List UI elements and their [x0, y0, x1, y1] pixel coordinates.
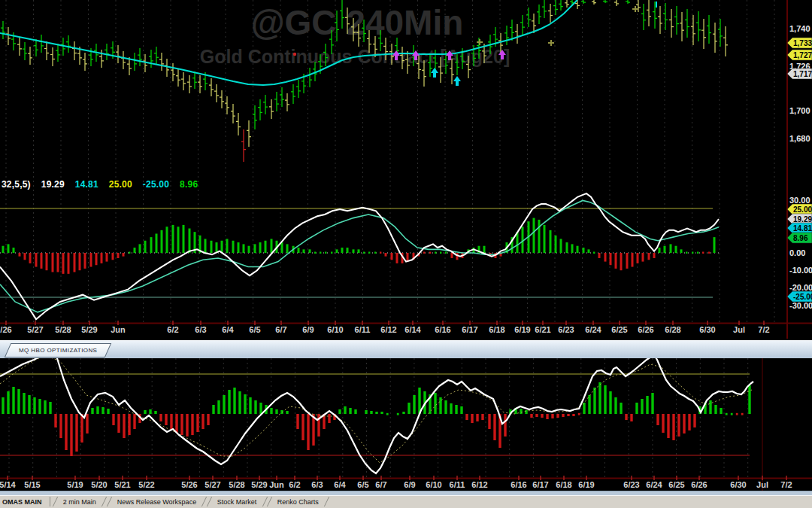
svg-text:6/12: 6/12 [471, 480, 487, 489]
svg-text:5/22: 5/22 [138, 480, 154, 489]
svg-text:6/23: 6/23 [623, 480, 639, 489]
svg-text:5/20: 5/20 [91, 480, 107, 489]
svg-text:6/24: 6/24 [646, 480, 662, 489]
workspace-tab-2-min-main[interactable]: 2 min Main [52, 497, 106, 506]
svg-text:0.00: 0.00 [789, 248, 805, 257]
tab-label: MQ HBO OPTIMIZATIONS [19, 347, 97, 354]
workspace-tab-label: News Release Workspace [117, 498, 196, 506]
svg-text:5/29: 5/29 [251, 480, 267, 489]
svg-text:5/14: 5/14 [0, 480, 17, 489]
workspace-tab-label: 2 min Main [63, 498, 96, 506]
svg-text:25.00: 25.00 [793, 205, 812, 214]
price-ohlc-bars [1, 0, 728, 162]
svg-text:7/2: 7/2 [758, 325, 769, 334]
svg-text:Jun: Jun [269, 480, 284, 489]
svg-text:5/28: 5/28 [55, 325, 71, 334]
svg-text:1,717: 1,717 [793, 70, 812, 78]
indicator-value: 8.96 [180, 179, 198, 190]
indicator-value: 25.00 [109, 179, 132, 190]
svg-text:6/10: 6/10 [426, 480, 441, 489]
svg-text:6/30: 6/30 [699, 325, 715, 334]
svg-text:5/27: 5/27 [205, 480, 220, 489]
svg-text:6/11: 6/11 [355, 325, 371, 334]
svg-text:6/11: 6/11 [450, 480, 465, 489]
svg-text:6/18: 6/18 [556, 480, 571, 489]
grid-lines [6, 0, 774, 478]
svg-text:6/19: 6/19 [514, 325, 530, 334]
svg-text:@GC 240Min: @GC 240Min [251, 3, 464, 42]
svg-text:6/5: 6/5 [357, 480, 368, 489]
svg-text:6/19: 6/19 [578, 480, 594, 489]
svg-text:6/9: 6/9 [404, 480, 415, 489]
indicator-value: -25.00 [143, 179, 169, 190]
indicator-values-header: 32,5,5)19.2914.8125.00-25.008.96 [2, 179, 219, 190]
optimization-tab-strip: MQ HBO OPTIMIZATIONS [0, 340, 812, 358]
svg-text:-10.00: -10.00 [789, 266, 812, 275]
chart-canvas[interactable]: @GC 240MinGold Continuous Contract [Aug2… [0, 0, 812, 508]
svg-text:1,727: 1,727 [793, 51, 812, 59]
svg-text:6/17: 6/17 [532, 480, 548, 489]
svg-text:6/28: 6/28 [665, 325, 680, 334]
svg-text:7/2: 7/2 [780, 480, 792, 489]
svg-text:6/26: 6/26 [691, 480, 707, 489]
svg-text:6/2: 6/2 [289, 480, 300, 489]
indicator-values: 19.2914.8125.00-25.008.96 [41, 179, 208, 190]
workspace-tab-news-release-workspace[interactable]: News Release Workspace [106, 497, 207, 506]
workspace-tab-label: Renko Charts [277, 498, 319, 506]
svg-text:6/21: 6/21 [535, 325, 550, 334]
svg-text:6/30: 6/30 [730, 480, 746, 489]
svg-text:6/12: 6/12 [380, 325, 396, 334]
trading-workspace: @GC 240MinGold Continuous Contract [Aug2… [0, 0, 812, 508]
svg-text:1,680: 1,680 [789, 134, 810, 143]
y-axis-labels: 30.0025.0019.2914.818.960.00-10.00-20.00… [787, 196, 812, 310]
hbo-histogram [2, 382, 750, 456]
svg-text:6/3: 6/3 [195, 325, 206, 334]
svg-text:6/24: 6/24 [585, 325, 601, 334]
svg-text:Jul: Jul [756, 480, 768, 489]
y-axis-labels: 1,7401,7331,7271,7261,7171,7001,680 [787, 24, 812, 143]
svg-text:1,740: 1,740 [789, 24, 810, 33]
svg-text:5/29: 5/29 [81, 325, 97, 334]
indicator-params: 32,5,5) [2, 179, 31, 190]
svg-text:6/25: 6/25 [611, 325, 627, 334]
svg-text:8.96: 8.96 [793, 234, 808, 242]
svg-text:1,700: 1,700 [789, 106, 810, 115]
workspace-tab-stock-market[interactable]: Stock Market [207, 497, 268, 506]
svg-text:6/17: 6/17 [462, 325, 477, 334]
svg-text:-20.00: -20.00 [789, 283, 812, 292]
svg-text:6/4: 6/4 [334, 480, 346, 489]
workspace-tab-omas-main[interactable]: OMAS MAIN [0, 497, 50, 506]
svg-text:6/4: 6/4 [222, 325, 234, 334]
svg-text:5/26: 5/26 [181, 480, 197, 489]
workspace-tab-label: Stock Market [217, 498, 257, 506]
svg-text:5/27: 5/27 [27, 325, 43, 334]
svg-text:Jul: Jul [733, 325, 745, 334]
svg-text:6/14: 6/14 [404, 325, 421, 334]
workspace-taskbar: OMAS MAIN2 min MainNews Release Workspac… [0, 495, 812, 508]
svg-text:6/7: 6/7 [375, 480, 386, 489]
svg-text:Jun: Jun [111, 325, 126, 334]
svg-text:6/10: 6/10 [327, 325, 343, 334]
tab-mq-hbo-optimizations[interactable]: MQ HBO OPTIMIZATIONS [5, 343, 112, 357]
svg-text:5/28: 5/28 [229, 480, 244, 489]
svg-text:6/16: 6/16 [511, 480, 526, 489]
svg-text:6/16: 6/16 [435, 325, 450, 334]
svg-text:6/5: 6/5 [249, 325, 260, 334]
svg-text:5/19: 5/19 [67, 480, 83, 489]
svg-text:14.81: 14.81 [793, 224, 812, 233]
svg-text:6/2: 6/2 [167, 325, 178, 334]
svg-text:19.29: 19.29 [793, 215, 812, 224]
svg-text:30.00: 30.00 [789, 196, 810, 205]
svg-text:6/7: 6/7 [275, 325, 286, 334]
svg-text:-25.00: -25.00 [793, 293, 812, 301]
macd-histogram [2, 218, 716, 274]
svg-text:1,733: 1,733 [793, 39, 812, 47]
svg-text:6/23: 6/23 [558, 325, 574, 334]
indicator-value: 14.81 [75, 179, 98, 190]
hbo-dotted-line [0, 355, 752, 463]
indicator-value: 19.29 [41, 179, 65, 190]
svg-text:-30.00: -30.00 [789, 301, 812, 310]
svg-text:6/18: 6/18 [489, 325, 504, 334]
workspace-tab-renko-charts[interactable]: Renko Charts [267, 497, 329, 506]
svg-text:6/26: 6/26 [638, 325, 653, 334]
